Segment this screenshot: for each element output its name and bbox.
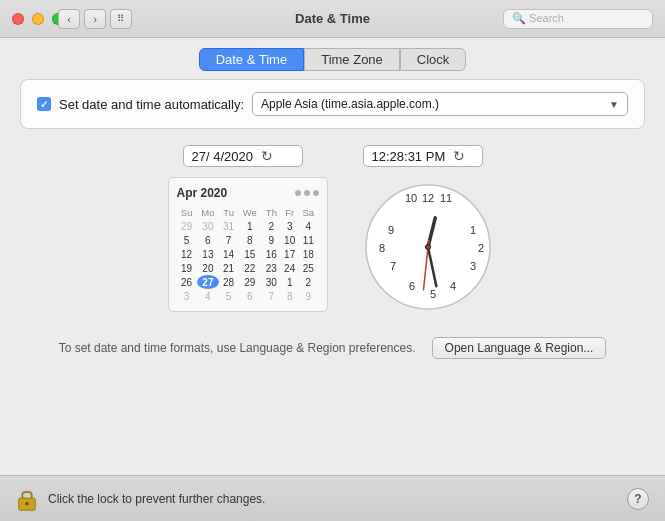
lock-text: Click the lock to prevent further change… [48, 492, 265, 506]
time-field[interactable]: 12:28:31 PM ↻ [363, 145, 483, 167]
window-title: Date & Time [295, 11, 370, 26]
calendar-day-header: We [238, 206, 261, 219]
calendar-body: 2930311234567891011121314151617181920212… [177, 219, 319, 303]
nav-buttons: ‹ › ⠿ [58, 9, 132, 29]
calendar-day[interactable]: 14 [219, 247, 238, 261]
calendar-day[interactable]: 13 [197, 247, 219, 261]
calendar-day[interactable]: 27 [197, 275, 219, 289]
calendar-day[interactable]: 19 [177, 261, 197, 275]
calendar: Apr 2020 SuMoTuWeThFrSa 2930311234567891… [168, 177, 328, 312]
calendar-day[interactable]: 21 [219, 261, 238, 275]
window-controls [12, 13, 64, 25]
svg-point-17 [426, 246, 429, 249]
calendar-day[interactable]: 26 [177, 275, 197, 289]
search-box[interactable]: 🔍 Search [503, 9, 653, 29]
calendar-day[interactable]: 6 [197, 233, 219, 247]
lang-row: To set date and time formats, use Langua… [20, 337, 645, 359]
calendar-day[interactable]: 18 [298, 247, 318, 261]
svg-text:6: 6 [408, 280, 414, 292]
calendar-day[interactable]: 16 [262, 247, 282, 261]
analog-clock-svg: 12 1 2 3 4 5 6 7 8 9 10 11 [363, 182, 493, 312]
calendar-day[interactable]: 10 [281, 233, 298, 247]
calendar-row: 12131415161718 [177, 247, 319, 261]
auto-time-label: Set date and time automatically: [59, 97, 244, 112]
grid-button[interactable]: ⠿ [110, 9, 132, 29]
svg-text:3: 3 [469, 260, 475, 272]
calendar-day[interactable]: 30 [262, 275, 282, 289]
calendar-day[interactable]: 5 [177, 233, 197, 247]
open-language-region-button[interactable]: Open Language & Region... [432, 337, 607, 359]
calendar-day-header: Mo [197, 206, 219, 219]
svg-text:7: 7 [389, 260, 395, 272]
calendar-day[interactable]: 2 [298, 275, 318, 289]
calendar-day[interactable]: 31 [219, 219, 238, 233]
tab-clock[interactable]: Clock [400, 48, 467, 71]
date-field[interactable]: 27/ 4/2020 ↻ [183, 145, 303, 167]
calendar-day[interactable]: 7 [219, 233, 238, 247]
svg-text:11: 11 [439, 192, 451, 204]
date-refresh-icon[interactable]: ↻ [261, 148, 273, 164]
calendar-day[interactable]: 20 [197, 261, 219, 275]
auto-time-checkbox[interactable] [37, 97, 51, 111]
calendar-day[interactable]: 25 [298, 261, 318, 275]
calendar-day[interactable]: 9 [298, 289, 318, 303]
calendar-day[interactable]: 1 [238, 219, 261, 233]
lang-text: To set date and time formats, use Langua… [59, 341, 416, 355]
calendar-day[interactable]: 7 [262, 289, 282, 303]
calendar-day[interactable]: 24 [281, 261, 298, 275]
lock-icon[interactable] [16, 486, 38, 512]
title-bar: ‹ › ⠿ Date & Time 🔍 Search [0, 0, 665, 38]
forward-button[interactable]: › [84, 9, 106, 29]
calendar-row: 19202122232425 [177, 261, 319, 275]
calendar-day[interactable]: 3 [281, 219, 298, 233]
calendar-day-header: Th [262, 206, 282, 219]
calendar-row: 3456789 [177, 289, 319, 303]
svg-text:2: 2 [477, 242, 483, 254]
date-value: 27/ 4/2020 [192, 149, 253, 164]
calendar-day[interactable]: 17 [281, 247, 298, 261]
minimize-button[interactable] [32, 13, 44, 25]
calendar-day[interactable]: 8 [281, 289, 298, 303]
dot-3 [313, 190, 319, 196]
tab-time-zone[interactable]: Time Zone [304, 48, 400, 71]
server-dropdown-text: Apple Asia (time.asia.apple.com.) [261, 97, 439, 111]
calendar-day-header: Fr [281, 206, 298, 219]
calendar-day[interactable]: 4 [197, 289, 219, 303]
clock-face: 12 1 2 3 4 5 6 7 8 9 10 11 [363, 182, 493, 312]
calendar-day[interactable]: 29 [238, 275, 261, 289]
calendar-day[interactable]: 6 [238, 289, 261, 303]
calendar-month: Apr 2020 [177, 186, 228, 200]
svg-text:10: 10 [404, 192, 416, 204]
calendar-row: 567891011 [177, 233, 319, 247]
calendar-day[interactable]: 5 [219, 289, 238, 303]
calendar-day[interactable]: 28 [219, 275, 238, 289]
server-dropdown[interactable]: Apple Asia (time.asia.apple.com.) ▼ [252, 92, 628, 116]
time-refresh-icon[interactable]: ↻ [453, 148, 465, 164]
search-placeholder: 🔍 Search [512, 12, 564, 25]
calendar-day[interactable]: 15 [238, 247, 261, 261]
calendar-grid: SuMoTuWeThFrSa 2930311234567891011121314… [177, 206, 319, 303]
calendar-day[interactable]: 8 [238, 233, 261, 247]
dot-1 [295, 190, 301, 196]
calendar-day[interactable]: 11 [298, 233, 318, 247]
calendar-day[interactable]: 23 [262, 261, 282, 275]
back-button[interactable]: ‹ [58, 9, 80, 29]
calendar-header-row: SuMoTuWeThFrSa [177, 206, 319, 219]
close-button[interactable] [12, 13, 24, 25]
calendar-nav [295, 190, 319, 196]
calendar-day-header: Su [177, 206, 197, 219]
tab-date-time[interactable]: Date & Time [199, 48, 305, 71]
calendar-day[interactable]: 30 [197, 219, 219, 233]
help-button[interactable]: ? [627, 488, 649, 510]
calendar-day[interactable]: 3 [177, 289, 197, 303]
calendar-day[interactable]: 2 [262, 219, 282, 233]
calendar-day-header: Tu [219, 206, 238, 219]
calendar-day[interactable]: 9 [262, 233, 282, 247]
calendar-day[interactable]: 4 [298, 219, 318, 233]
calendar-day[interactable]: 12 [177, 247, 197, 261]
calendar-day[interactable]: 29 [177, 219, 197, 233]
chevron-down-icon: ▼ [609, 99, 619, 110]
calendar-day[interactable]: 1 [281, 275, 298, 289]
calendar-day[interactable]: 22 [238, 261, 261, 275]
clock-container: 12 1 2 3 4 5 6 7 8 9 10 11 [358, 177, 498, 317]
